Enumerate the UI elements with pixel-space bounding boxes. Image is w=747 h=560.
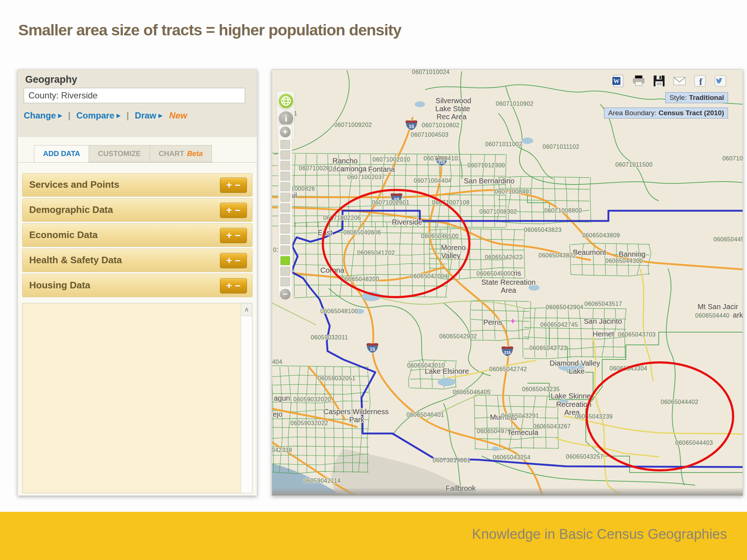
change-link[interactable]: Change▶ bbox=[24, 110, 62, 121]
plus-icon[interactable]: + bbox=[226, 231, 232, 241]
map-canvas[interactable]: 152151015215 06071010024SilverwoodLake S… bbox=[272, 70, 743, 496]
plus-icon[interactable]: + bbox=[226, 180, 232, 190]
scrollbar[interactable]: ∧ bbox=[241, 303, 252, 493]
accordion-section-economic-data[interactable]: Economic Data+− bbox=[22, 223, 252, 247]
accordion-section-health-safety-data[interactable]: Health & Safety Data+− bbox=[22, 249, 252, 272]
map-tract-label: 06065046401 bbox=[406, 412, 444, 418]
tab-chart[interactable]: CHARTBeta bbox=[150, 145, 212, 162]
email-icon[interactable] bbox=[673, 74, 686, 88]
map-tract-label: 06071004101 bbox=[423, 155, 461, 162]
geography-sidebar: Geography Change▶ | Compare▶ | Draw▶ New… bbox=[18, 69, 257, 496]
accordion-section-label: Health & Safety Data bbox=[29, 254, 122, 266]
minus-icon[interactable]: − bbox=[235, 256, 241, 266]
map-tract-label: 06071010024 bbox=[412, 70, 449, 75]
expand-collapse-buttons[interactable]: +− bbox=[220, 253, 247, 268]
twitter-icon[interactable] bbox=[713, 74, 727, 88]
zoom-level-segment[interactable] bbox=[280, 193, 290, 202]
compare-link[interactable]: Compare▶ bbox=[76, 110, 121, 121]
map-place-label: Lake bbox=[569, 367, 584, 375]
link-separator: | bbox=[68, 110, 71, 121]
map-tract-label: 06065042902 bbox=[439, 333, 477, 339]
map-tract-label: 06071011102 bbox=[542, 144, 579, 150]
scroll-up-button[interactable]: ∧ bbox=[241, 303, 252, 316]
tab-add-data[interactable]: ADD DATA bbox=[34, 145, 89, 162]
page-title: Smaller area size of tracts = higher pop… bbox=[18, 21, 401, 39]
expand-collapse-buttons[interactable]: +− bbox=[220, 203, 247, 218]
word-export-icon[interactable]: W bbox=[611, 74, 625, 88]
expand-collapse-buttons[interactable]: +− bbox=[220, 228, 247, 243]
map-tract-label: 06065042745 bbox=[540, 322, 578, 328]
plus-icon[interactable]: + bbox=[226, 281, 232, 291]
zoom-level-segment[interactable] bbox=[280, 246, 290, 254]
map-tract-label: 06059042114 bbox=[303, 478, 341, 484]
map-tract-label: 06071002037 bbox=[347, 174, 385, 180]
map-tract-label: 06071002601 bbox=[372, 199, 409, 206]
zoom-level-current[interactable] bbox=[280, 256, 290, 265]
map-tract-label: 06071004404 bbox=[414, 178, 451, 184]
tabs-divider bbox=[18, 162, 257, 163]
zoom-out-button[interactable]: − bbox=[279, 288, 291, 300]
zoom-level-segment[interactable] bbox=[280, 225, 290, 233]
geography-input[interactable] bbox=[24, 88, 245, 103]
zoom-level-segment[interactable] bbox=[280, 203, 290, 212]
map-place-label: San Bernardino bbox=[464, 177, 515, 185]
zoom-level-segment[interactable] bbox=[280, 151, 290, 159]
map-tract-label: 06065043239 bbox=[575, 413, 612, 420]
accordion-section-services-and-points[interactable]: Services and Points+− bbox=[22, 173, 252, 197]
zoom-level-segment[interactable] bbox=[280, 182, 290, 191]
map-place-label: Mt San Jacir bbox=[697, 303, 738, 311]
map-tract-label: 06065049000 bbox=[476, 271, 514, 277]
tab-customize[interactable]: CUSTOMIZE bbox=[89, 145, 150, 162]
map-tract-label: 06065041202 bbox=[357, 250, 395, 256]
zoom-level-segment[interactable] bbox=[280, 161, 290, 170]
area-boundary-badge[interactable]: Area Boundary:Census Tract (2010) bbox=[604, 108, 728, 118]
map-tract-label: 06071010 bbox=[722, 155, 743, 162]
map-tract-label: 9042338 bbox=[272, 447, 292, 453]
zoom-in-button[interactable]: + bbox=[279, 126, 291, 138]
expand-collapse-buttons[interactable]: +− bbox=[220, 278, 247, 293]
minus-icon[interactable]: − bbox=[235, 206, 241, 215]
zoom-level-segment[interactable] bbox=[280, 172, 290, 180]
facebook-icon[interactable]: f bbox=[693, 74, 707, 88]
map-tract-label: 06059032011 bbox=[311, 334, 348, 341]
save-icon[interactable] bbox=[652, 74, 666, 88]
map-tract-label: 06065046500 bbox=[421, 233, 458, 239]
minus-icon[interactable]: − bbox=[235, 180, 241, 190]
style-badge[interactable]: Style:Traditional bbox=[665, 92, 728, 103]
geography-section-title: Geography bbox=[25, 74, 77, 85]
expand-collapse-buttons[interactable]: +− bbox=[220, 178, 247, 193]
map-tract-label: 06065042742 bbox=[489, 366, 527, 372]
zoom-level-segment[interactable] bbox=[280, 235, 290, 244]
link-separator: | bbox=[127, 110, 129, 121]
plus-icon[interactable]: + bbox=[226, 206, 232, 215]
draw-link[interactable]: Draw▶ bbox=[135, 110, 163, 121]
data-results-panel: ∧ bbox=[22, 303, 252, 493]
zoom-level-segment[interactable] bbox=[280, 140, 290, 149]
accordion-section-housing-data[interactable]: Housing Data+− bbox=[22, 274, 252, 297]
map-place-label: State Recreation bbox=[481, 278, 536, 286]
map-tract-label: 06071009202 bbox=[334, 122, 372, 128]
map-tract-label: 06065046405 bbox=[453, 389, 490, 395]
sidebar-tabs: ADD DATACUSTOMIZECHARTBeta bbox=[34, 145, 212, 162]
map-place-label: Caspers Wilderness bbox=[324, 408, 389, 416]
map-tract-label: 06071012300 bbox=[467, 162, 505, 168]
minus-icon[interactable]: − bbox=[235, 281, 241, 291]
info-icon: i bbox=[285, 113, 287, 124]
zoom-level-segment[interactable] bbox=[280, 277, 290, 286]
print-icon[interactable] bbox=[632, 74, 646, 88]
zoom-level-segment[interactable] bbox=[280, 214, 290, 223]
map-place-label: agun bbox=[274, 394, 290, 402]
overview-globe-button[interactable] bbox=[278, 93, 294, 109]
accordion-section-demographic-data[interactable]: Demographic Data+− bbox=[22, 198, 252, 222]
plus-icon[interactable]: + bbox=[226, 256, 232, 266]
map-tract-label: 06071010802 bbox=[422, 122, 459, 128]
share-toolbar: Wf bbox=[611, 74, 727, 88]
map-tract-label: 06065043822 bbox=[538, 252, 576, 258]
footer-bar: Knowledge in Basic Census Geographies bbox=[0, 512, 747, 560]
map-place-label: Fontana bbox=[368, 165, 395, 173]
minus-icon[interactable]: − bbox=[235, 231, 241, 241]
zoom-level-segment[interactable] bbox=[280, 267, 290, 276]
sidebar-content: ADD DATACUSTOMIZECHARTBeta Services and … bbox=[18, 137, 257, 495]
map-tract-label: 06065043823 bbox=[524, 227, 561, 233]
new-badge: New bbox=[169, 110, 187, 121]
